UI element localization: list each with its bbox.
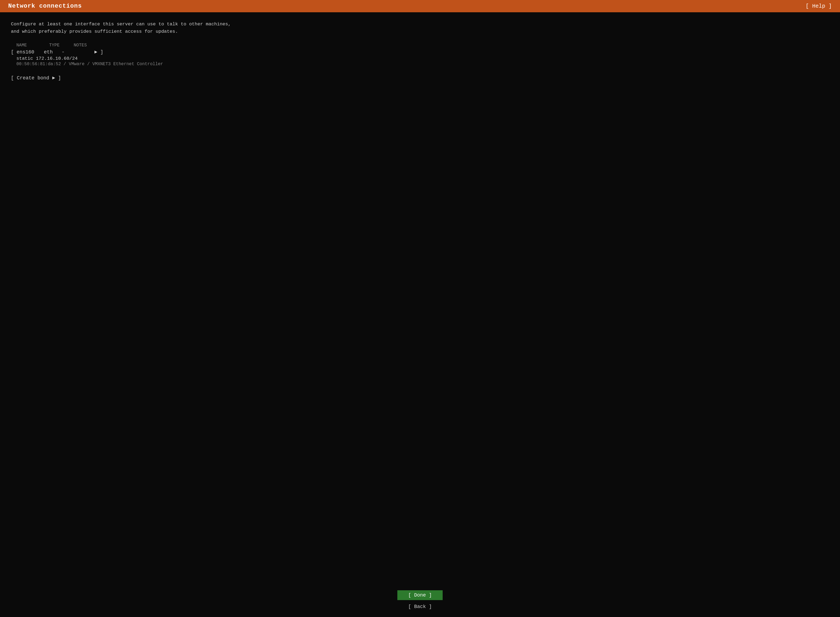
description-text: Configure at least one interface this se… <box>11 21 829 35</box>
main-content: Configure at least one interface this se… <box>0 12 840 585</box>
header: Network connections [ Help ] <box>0 0 840 12</box>
description-line2: and which preferably provides sufficient… <box>11 28 829 35</box>
col-header-notes: NOTES <box>74 43 96 48</box>
page-title: Network connections <box>8 3 82 10</box>
help-button[interactable]: [ Help ] <box>806 3 832 9</box>
done-button[interactable]: [ Done ] <box>397 590 443 600</box>
description-line1: Configure at least one interface this se… <box>11 21 829 28</box>
back-button[interactable]: [ Back ] <box>397 602 443 611</box>
create-bond-button[interactable]: [ Create bond ► ] <box>11 75 829 81</box>
col-header-name: NAME <box>16 43 41 48</box>
interface-arrow: ► ] <box>95 49 103 55</box>
footer: [ Done ] [ Back ] <box>0 585 840 617</box>
interface-name: ens160 <box>17 49 41 55</box>
interface-row[interactable]: [ ens160 eth - ► ] <box>11 49 829 55</box>
interface-ip: static 172.16.10.60/24 <box>16 56 829 61</box>
interface-type: eth <box>44 49 59 55</box>
table-header: NAME TYPE NOTES <box>16 43 829 48</box>
bracket-open: [ <box>11 49 14 55</box>
interface-mac: 00:50:56:81:da:52 / VMware / VMXNET3 Eth… <box>16 62 829 66</box>
interface-notes: - <box>62 49 75 55</box>
interface-details: static 172.16.10.60/24 00:50:56:81:da:52… <box>16 56 829 66</box>
col-header-type: TYPE <box>49 43 65 48</box>
